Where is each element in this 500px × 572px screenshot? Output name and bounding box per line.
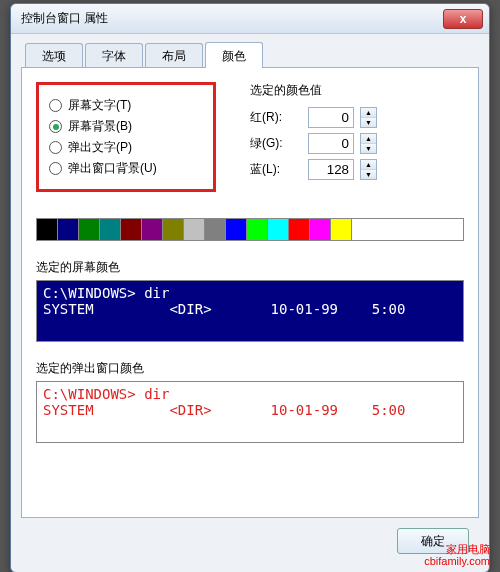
radio-icon <box>49 141 62 154</box>
palette-swatch[interactable] <box>247 219 268 240</box>
palette-swatch[interactable] <box>79 219 100 240</box>
window-title: 控制台窗口 属性 <box>21 10 443 27</box>
blue-spinner[interactable]: ▲▼ <box>360 159 377 180</box>
palette-swatch[interactable] <box>100 219 121 240</box>
client-area: 选项 字体 布局 颜色 屏幕文字(T) 屏幕背景(B) <box>21 42 479 560</box>
palette-swatch[interactable] <box>142 219 163 240</box>
palette-swatch[interactable] <box>331 219 352 240</box>
green-label: 绿(G): <box>240 135 302 152</box>
palette-swatch[interactable] <box>226 219 247 240</box>
close-button[interactable]: x <box>443 9 483 29</box>
screen-color-preview: C:\WINDOWS> dir SYSTEM <DIR> 10-01-99 5:… <box>36 280 464 342</box>
radio-icon <box>49 120 62 133</box>
spin-up-icon[interactable]: ▲ <box>361 160 376 170</box>
green-input[interactable] <box>308 133 354 154</box>
spin-down-icon[interactable]: ▼ <box>361 144 376 153</box>
blue-input[interactable] <box>308 159 354 180</box>
radio-popup-text[interactable]: 弹出文字(P) <box>49 139 203 156</box>
palette-swatch[interactable] <box>289 219 310 240</box>
radio-label: 弹出窗口背景(U) <box>68 160 157 177</box>
palette-swatch[interactable] <box>205 219 226 240</box>
spin-up-icon[interactable]: ▲ <box>361 134 376 144</box>
radio-label: 屏幕文字(T) <box>68 97 131 114</box>
tab-options[interactable]: 选项 <box>25 43 83 69</box>
palette-swatch[interactable] <box>163 219 184 240</box>
palette-swatch[interactable] <box>184 219 205 240</box>
radio-icon <box>49 162 62 175</box>
radio-icon <box>49 99 62 112</box>
tab-panel-colors: 屏幕文字(T) 屏幕背景(B) 弹出文字(P) 弹出窗口背景(U) <box>21 67 479 518</box>
selected-color-values: 选定的颜色值 红(R): ▲▼ 绿(G): ▲▼ 蓝(L): ▲▼ <box>234 82 464 192</box>
title-bar: 控制台窗口 属性 x <box>11 4 489 34</box>
radio-screen-background[interactable]: 屏幕背景(B) <box>49 118 203 135</box>
blue-label: 蓝(L): <box>240 161 302 178</box>
red-label: 红(R): <box>240 109 302 126</box>
popup-color-preview: C:\WINDOWS> dir SYSTEM <DIR> 10-01-99 5:… <box>36 381 464 443</box>
palette-swatch[interactable] <box>268 219 289 240</box>
spin-down-icon[interactable]: ▼ <box>361 170 376 179</box>
color-target-group: 屏幕文字(T) 屏幕背景(B) 弹出文字(P) 弹出窗口背景(U) <box>36 82 216 192</box>
tab-colors[interactable]: 颜色 <box>205 42 263 68</box>
tab-strip: 选项 字体 布局 颜色 <box>21 42 479 68</box>
radio-label: 屏幕背景(B) <box>68 118 132 135</box>
color-palette <box>36 218 464 241</box>
red-input[interactable] <box>308 107 354 128</box>
palette-swatch[interactable] <box>37 219 58 240</box>
tab-layout[interactable]: 布局 <box>145 43 203 69</box>
close-icon: x <box>460 12 467 26</box>
green-spinner[interactable]: ▲▼ <box>360 133 377 154</box>
red-spinner[interactable]: ▲▼ <box>360 107 377 128</box>
spin-up-icon[interactable]: ▲ <box>361 108 376 118</box>
palette-swatch[interactable] <box>121 219 142 240</box>
popup-preview-label: 选定的弹出窗口颜色 <box>36 360 464 377</box>
spin-down-icon[interactable]: ▼ <box>361 118 376 127</box>
palette-swatch[interactable] <box>58 219 79 240</box>
palette-swatch[interactable] <box>352 219 373 240</box>
properties-dialog: 控制台窗口 属性 x 选项 字体 布局 颜色 屏幕文字(T) 屏幕背景(B) <box>10 3 490 572</box>
dialog-buttons: 确定 <box>397 528 469 554</box>
tab-font[interactable]: 字体 <box>85 43 143 69</box>
ok-button[interactable]: 确定 <box>397 528 469 554</box>
radio-label: 弹出文字(P) <box>68 139 132 156</box>
radio-screen-text[interactable]: 屏幕文字(T) <box>49 97 203 114</box>
radio-popup-background[interactable]: 弹出窗口背景(U) <box>49 160 203 177</box>
palette-swatch[interactable] <box>310 219 331 240</box>
rgb-group-title: 选定的颜色值 <box>240 82 458 99</box>
screen-preview-label: 选定的屏幕颜色 <box>36 259 464 276</box>
